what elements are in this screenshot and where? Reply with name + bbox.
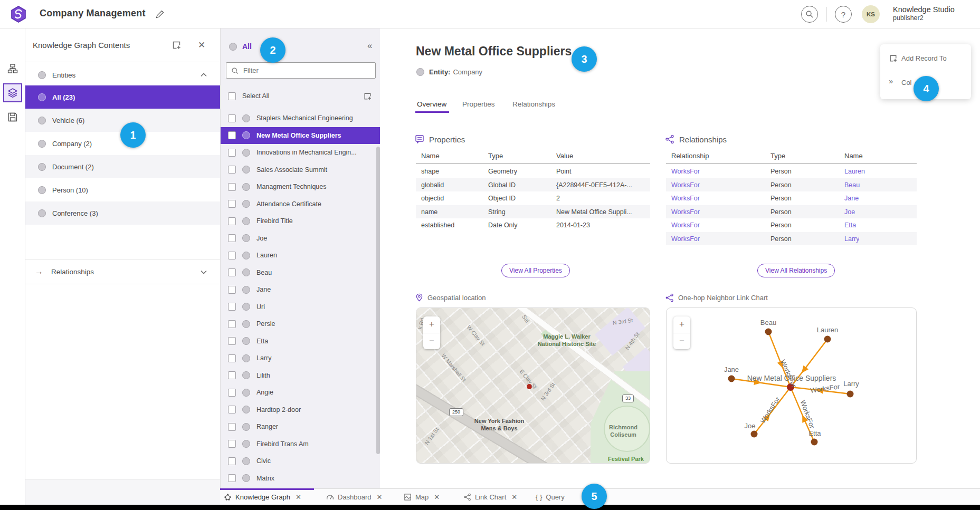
list-item[interactable]: Matrix (221, 470, 380, 487)
select-all-row[interactable]: Select All (221, 88, 380, 104)
item-checkbox[interactable] (228, 423, 236, 431)
contents-button-selected[interactable] (3, 83, 22, 102)
table-row[interactable]: establishedDate Only2014-01-23 (416, 218, 650, 232)
item-checkbox[interactable] (228, 234, 236, 242)
entity-type-document[interactable]: Document (2) (25, 155, 220, 178)
item-checkbox[interactable] (228, 268, 236, 276)
close-tab-icon[interactable]: ✕ (377, 493, 383, 501)
search-button[interactable] (801, 6, 818, 23)
item-checkbox[interactable] (228, 354, 236, 362)
view-tab-link-chart[interactable]: Link Chart ✕ (463, 489, 517, 505)
list-item[interactable]: Hardtop 2-door (221, 401, 380, 419)
item-checkbox[interactable] (228, 303, 236, 311)
table-row[interactable]: WorksForPersonEtta (666, 218, 917, 232)
list-item[interactable]: Beau (221, 264, 380, 282)
list-item[interactable]: Attendance Certificate (221, 196, 380, 213)
list-item[interactable]: Lilith (221, 367, 380, 384)
add-entity-type-icon[interactable] (172, 40, 182, 50)
select-all-checkbox[interactable] (228, 92, 236, 100)
list-item[interactable]: Innovations in Mechanical Engin... (221, 144, 380, 161)
item-checkbox[interactable] (228, 131, 236, 139)
view-all-relationships-button[interactable]: View All Relationships (757, 264, 835, 277)
collapse-list-icon[interactable]: « (367, 41, 372, 51)
zoom-in-button[interactable]: + (673, 316, 690, 333)
view-tab-query[interactable]: { } Query (536, 489, 565, 505)
list-item[interactable]: Firebird Trans Am (221, 436, 380, 453)
save-button[interactable] (3, 108, 22, 127)
item-checkbox[interactable] (228, 286, 236, 294)
item-checkbox[interactable] (228, 149, 236, 157)
edit-title-icon[interactable] (155, 9, 165, 20)
menu-item-add-record-to[interactable]: Add Record To (880, 50, 971, 68)
table-row[interactable]: nameStringNew Metal Office Suppli... (416, 205, 650, 219)
close-tab-icon[interactable]: ✕ (511, 493, 517, 501)
list-item-selected[interactable]: New Metal Office Suppliers (221, 127, 380, 145)
node-etta[interactable] (811, 439, 818, 446)
tab-properties[interactable]: Properties (462, 100, 495, 108)
node-joe[interactable] (751, 431, 758, 438)
close-panel-icon[interactable]: ✕ (198, 40, 205, 51)
list-item[interactable]: Larry (221, 350, 380, 367)
node-beau[interactable] (765, 329, 772, 335)
entity-type-conference[interactable]: Conference (3) (25, 201, 220, 225)
item-checkbox[interactable] (228, 183, 236, 191)
help-button[interactable]: ? (835, 6, 852, 23)
filter-input[interactable] (243, 63, 373, 78)
item-checkbox[interactable] (228, 114, 236, 122)
list-item[interactable]: Civic (221, 453, 380, 470)
close-tab-icon[interactable]: ✕ (434, 493, 440, 501)
list-item[interactable]: Staplers Mechanical Engineering (221, 110, 380, 127)
entity-type-person[interactable]: Person (10) (25, 178, 220, 201)
link-chart-canvas[interactable]: Beau Lauren Jane Larry Joe Etta New Meta… (667, 308, 917, 464)
avatar[interactable]: KS (862, 5, 880, 23)
item-checkbox[interactable] (228, 320, 236, 328)
entity-type-all[interactable]: All (23) (25, 85, 220, 109)
list-header-all[interactable]: All (229, 42, 252, 51)
add-record-icon[interactable] (363, 92, 372, 101)
view-tab-knowledge-graph[interactable]: Knowledge Graph ✕ (224, 489, 301, 505)
list-item[interactable]: Ranger (221, 418, 380, 436)
item-checkbox[interactable] (228, 217, 236, 225)
item-checkbox[interactable] (228, 389, 236, 397)
table-row[interactable]: WorksForPersonBeau (666, 178, 917, 192)
list-item[interactable]: Jane (221, 281, 380, 299)
list-item[interactable]: Etta (221, 333, 380, 350)
view-tab-map[interactable]: Map ✕ (404, 489, 440, 505)
item-checkbox[interactable] (228, 474, 236, 482)
item-checkbox[interactable] (228, 337, 236, 345)
node-larry[interactable] (847, 391, 854, 398)
item-checkbox[interactable] (228, 166, 236, 174)
list-item[interactable]: Persie (221, 315, 380, 333)
item-checkbox[interactable] (228, 252, 236, 259)
table-row[interactable]: objectidObject ID2 (416, 191, 650, 205)
item-checkbox[interactable] (228, 200, 236, 208)
list-item[interactable]: Firebird Title (221, 213, 380, 230)
node-lauren[interactable] (824, 336, 831, 343)
view-all-properties-button[interactable]: View All Properties (501, 264, 570, 277)
link-chart-card[interactable]: Beau Lauren Jane Larry Joe Etta New Meta… (666, 307, 917, 464)
list-item[interactable]: Sales Associate Summit (221, 161, 380, 179)
account-info[interactable]: Knowledge Studio publisher2 (893, 5, 955, 23)
chevron-down-icon[interactable] (201, 270, 207, 274)
tab-relationships[interactable]: Relationships (512, 100, 555, 108)
zoom-out-button[interactable]: − (673, 333, 690, 349)
relationships-section-header[interactable]: → Relationships (25, 259, 220, 284)
map-canvas[interactable]: k Rd W Clay St Sal W Marshall St E Clay … (416, 308, 650, 463)
tab-overview[interactable]: Overview (417, 100, 446, 108)
table-row[interactable]: WorksForPersonLarry (666, 232, 917, 246)
list-item[interactable]: Managment Techniques (221, 178, 380, 196)
view-tab-dashboard[interactable]: Dashboard ✕ (326, 489, 383, 505)
chevron-up-icon[interactable] (201, 73, 207, 77)
table-row[interactable]: shapeGeometryPoint (416, 165, 650, 178)
zoom-out-button[interactable]: − (423, 333, 440, 349)
list-item[interactable]: Uri (221, 299, 380, 316)
item-checkbox[interactable] (228, 457, 236, 465)
item-checkbox[interactable] (228, 406, 236, 413)
list-item[interactable]: Angie (221, 384, 380, 401)
node-jane[interactable] (728, 376, 735, 382)
list-scrollbar[interactable] (376, 147, 380, 454)
list-item[interactable]: Lauren (221, 247, 380, 264)
close-tab-icon[interactable]: ✕ (296, 493, 301, 501)
data-model-button[interactable] (3, 59, 22, 78)
item-checkbox[interactable] (228, 440, 236, 448)
